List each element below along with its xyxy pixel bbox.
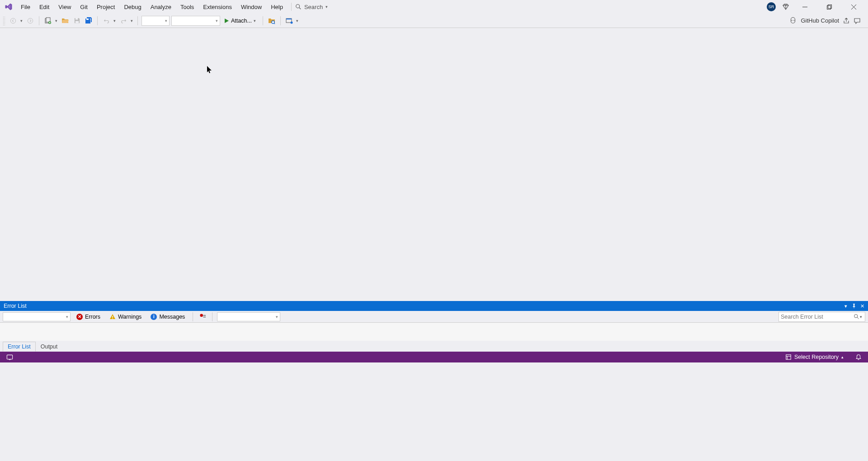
tab-output[interactable]: Output xyxy=(36,342,63,352)
messages-filter[interactable]: i Messages xyxy=(147,312,188,322)
start-label: Attach... xyxy=(231,18,252,24)
nav-forward-button[interactable] xyxy=(25,16,35,26)
svg-rect-15 xyxy=(75,21,79,23)
undo-button[interactable] xyxy=(101,16,111,26)
menu-tools[interactable]: Tools xyxy=(176,2,198,12)
main-toolbar: ▾ ▾ ▾ ▾ ▾ ▾ Attach... ▾ ▾ xyxy=(0,14,868,28)
menu-help[interactable]: Help xyxy=(266,2,288,12)
error-search-box[interactable]: ▾ xyxy=(778,312,865,322)
warning-icon xyxy=(109,314,116,320)
redo-button[interactable] xyxy=(118,16,128,26)
menu-file[interactable]: File xyxy=(16,2,35,12)
solution-platform-combo[interactable]: ▾ xyxy=(171,16,220,26)
menu-project[interactable]: Project xyxy=(92,2,119,12)
error-list-panel-header[interactable]: Error List ▾ ✕ xyxy=(0,301,868,311)
svg-rect-24 xyxy=(112,316,113,318)
errors-filter[interactable]: ✕ Errors xyxy=(73,312,104,322)
save-button[interactable] xyxy=(72,16,82,26)
toolbar-overflow[interactable]: ▾ xyxy=(295,19,300,23)
error-list-body xyxy=(0,323,868,341)
error-list-title: Error List xyxy=(4,303,27,309)
menu-separator xyxy=(291,3,292,11)
copilot-label[interactable]: GitHub Copilot xyxy=(801,17,839,24)
chevron-down-icon: ▾ xyxy=(326,5,328,9)
notifications-button[interactable] xyxy=(853,352,864,362)
svg-rect-4 xyxy=(828,5,831,8)
error-search-input[interactable] xyxy=(781,314,854,320)
solution-config-combo[interactable]: ▾ xyxy=(142,16,170,26)
open-file-button[interactable] xyxy=(60,16,70,26)
messages-filter-label: Messages xyxy=(159,314,185,320)
copilot-icon[interactable] xyxy=(789,17,797,25)
global-search[interactable]: Search ▾ xyxy=(295,4,328,10)
close-button[interactable] xyxy=(844,0,863,13)
find-in-files-button[interactable] xyxy=(267,16,277,26)
minimize-button[interactable] xyxy=(796,0,814,13)
svg-point-7 xyxy=(10,18,15,23)
warnings-filter-label: Warnings xyxy=(118,314,142,320)
search-icon xyxy=(295,4,302,10)
toolbar-separator xyxy=(212,312,212,321)
play-icon xyxy=(224,18,229,24)
svg-point-8 xyxy=(28,18,33,23)
menu-edit[interactable]: Edit xyxy=(35,2,54,12)
toolbar-grip[interactable] xyxy=(3,16,5,25)
share-icon[interactable] xyxy=(843,17,850,24)
user-avatar[interactable]: SR xyxy=(767,2,776,11)
toolbar-right: GitHub Copilot xyxy=(789,17,865,25)
select-repository-button[interactable]: Select Repository ▴ xyxy=(783,352,846,362)
menu-debug[interactable]: Debug xyxy=(119,2,146,12)
editor-area xyxy=(0,28,868,301)
svg-point-29 xyxy=(854,315,858,318)
svg-rect-3 xyxy=(827,5,830,9)
new-project-button[interactable] xyxy=(43,16,53,26)
chevron-up-icon: ▴ xyxy=(841,355,844,359)
warnings-filter[interactable]: Warnings xyxy=(106,312,145,322)
svg-rect-31 xyxy=(7,355,12,359)
error-source-combo[interactable]: ▾ xyxy=(217,312,280,321)
bottom-tab-strip: Error List Output xyxy=(0,341,868,352)
toolbar-separator xyxy=(263,16,263,25)
info-icon: i xyxy=(151,314,157,320)
select-repo-label: Select Repository xyxy=(794,354,839,360)
svg-rect-20 xyxy=(286,19,292,19)
errors-filter-label: Errors xyxy=(85,314,100,320)
svg-rect-14 xyxy=(75,18,78,20)
undo-dropdown[interactable]: ▾ xyxy=(112,19,117,23)
pin-button[interactable] xyxy=(850,302,858,310)
toolbar-separator xyxy=(193,312,193,321)
start-dropdown[interactable]: ▾ xyxy=(253,19,257,23)
svg-line-18 xyxy=(274,23,275,24)
menu-window[interactable]: Window xyxy=(236,2,266,12)
status-bar: Select Repository ▴ xyxy=(0,352,868,362)
menu-extensions[interactable]: Extensions xyxy=(198,2,236,12)
menu-view[interactable]: View xyxy=(54,2,75,12)
svg-rect-32 xyxy=(786,355,791,360)
window-position-button[interactable]: ▾ xyxy=(842,302,850,310)
nav-back-dropdown[interactable]: ▾ xyxy=(19,19,24,23)
search-dropdown[interactable]: ▾ xyxy=(859,315,863,319)
start-debug-button[interactable]: Attach... ▾ xyxy=(222,16,259,26)
error-icon: ✕ xyxy=(76,314,83,320)
new-project-dropdown[interactable]: ▾ xyxy=(54,19,58,23)
feedback-icon[interactable] xyxy=(854,17,861,24)
error-scope-combo[interactable]: ▾ xyxy=(3,312,71,321)
diamond-icon[interactable] xyxy=(782,3,789,10)
tab-error-list[interactable]: Error List xyxy=(3,342,36,352)
titlebar-right: SR xyxy=(767,0,865,13)
close-panel-button[interactable]: ✕ xyxy=(858,302,866,310)
live-share-button[interactable] xyxy=(284,16,294,26)
menu-analyze[interactable]: Analyze xyxy=(146,2,176,12)
save-all-button[interactable] xyxy=(84,16,94,26)
svg-point-0 xyxy=(296,5,300,8)
menubar: File Edit View Git Project Debug Analyze… xyxy=(0,0,868,14)
build-intellisense-button[interactable] xyxy=(198,312,208,322)
output-status-button[interactable] xyxy=(4,352,16,362)
maximize-button[interactable] xyxy=(820,0,838,13)
svg-rect-16 xyxy=(86,19,89,20)
toolbar-separator xyxy=(97,16,98,25)
redo-dropdown[interactable]: ▾ xyxy=(129,19,134,23)
nav-back-button[interactable] xyxy=(8,16,18,26)
menu-git[interactable]: Git xyxy=(75,2,92,12)
svg-point-26 xyxy=(200,314,203,317)
